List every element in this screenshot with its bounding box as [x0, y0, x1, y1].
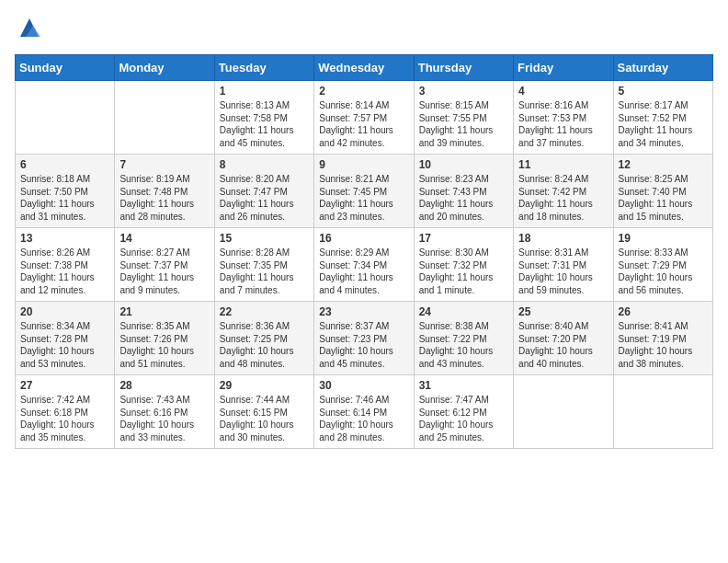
cell-info: Sunset: 7:37 PM — [119, 259, 209, 272]
cell-info: Daylight: 10 hours and 38 minutes. — [619, 345, 708, 370]
calendar-cell: 18Sunrise: 8:31 AMSunset: 7:31 PMDayligh… — [514, 228, 613, 302]
calendar-cell: 25Sunrise: 8:40 AMSunset: 7:20 PMDayligh… — [514, 302, 613, 375]
cell-info: Daylight: 11 hours and 42 minutes. — [319, 124, 408, 149]
cell-info: Sunset: 7:58 PM — [220, 112, 309, 125]
cell-info: Sunrise: 8:19 AM — [119, 173, 209, 186]
cell-info: Sunset: 7:23 PM — [319, 333, 408, 346]
cell-info: Sunrise: 8:36 AM — [220, 320, 309, 333]
page-header — [15, 15, 713, 45]
cell-info: Sunset: 7:34 PM — [319, 259, 408, 272]
cell-info: Daylight: 10 hours and 25 minutes. — [419, 419, 508, 443]
cell-info: Sunrise: 8:25 AM — [619, 173, 708, 186]
day-number: 30 — [319, 379, 408, 392]
calendar-week-row: 1Sunrise: 8:13 AMSunset: 7:58 PMDaylight… — [16, 81, 713, 155]
day-number: 3 — [419, 85, 508, 98]
day-number: 15 — [220, 232, 309, 245]
day-number: 19 — [619, 232, 708, 245]
day-number: 13 — [20, 232, 109, 245]
cell-info: Sunrise: 8:16 AM — [518, 99, 608, 112]
cell-info: Sunrise: 8:21 AM — [319, 173, 408, 186]
calendar-cell: 7Sunrise: 8:19 AMSunset: 7:48 PMDaylight… — [115, 155, 214, 228]
calendar-cell — [115, 81, 214, 155]
calendar-cell — [514, 375, 613, 449]
cell-info: Sunrise: 8:31 AM — [518, 247, 608, 259]
day-number: 6 — [20, 158, 109, 171]
cell-info: Sunset: 7:32 PM — [419, 259, 508, 272]
day-number: 10 — [419, 158, 508, 171]
cell-info: Daylight: 10 hours and 59 minutes. — [518, 271, 608, 296]
cell-info: Daylight: 11 hours and 18 minutes. — [518, 198, 608, 223]
logo — [15, 15, 42, 45]
calendar-week-row: 6Sunrise: 8:18 AMSunset: 7:50 PMDaylight… — [16, 155, 713, 228]
calendar-cell: 22Sunrise: 8:36 AMSunset: 7:25 PMDayligh… — [214, 302, 313, 375]
cell-info: Sunset: 7:47 PM — [220, 186, 309, 199]
day-header-sunday: Sunday — [16, 55, 115, 81]
calendar-cell: 8Sunrise: 8:20 AMSunset: 7:47 PMDaylight… — [214, 155, 313, 228]
cell-info: Sunrise: 7:42 AM — [20, 394, 109, 407]
calendar-cell: 14Sunrise: 8:27 AMSunset: 7:37 PMDayligh… — [115, 228, 214, 302]
calendar-week-row: 13Sunrise: 8:26 AMSunset: 7:38 PMDayligh… — [16, 228, 713, 302]
cell-info: Daylight: 10 hours and 40 minutes. — [518, 345, 608, 370]
calendar-cell: 1Sunrise: 8:13 AMSunset: 7:58 PMDaylight… — [214, 81, 313, 155]
cell-info: Sunset: 7:48 PM — [119, 186, 209, 199]
cell-info: Daylight: 10 hours and 56 minutes. — [619, 271, 708, 296]
cell-info: Sunset: 7:20 PM — [518, 333, 608, 346]
cell-info: Sunset: 6:14 PM — [319, 407, 408, 419]
cell-info: Sunset: 7:25 PM — [220, 333, 309, 346]
cell-info: Daylight: 11 hours and 9 minutes. — [119, 271, 209, 296]
cell-info: Daylight: 11 hours and 26 minutes. — [220, 198, 309, 223]
day-number: 8 — [220, 158, 309, 171]
day-header-tuesday: Tuesday — [214, 55, 313, 81]
cell-info: Daylight: 10 hours and 28 minutes. — [319, 419, 408, 443]
calendar-cell: 19Sunrise: 8:33 AMSunset: 7:29 PMDayligh… — [613, 228, 712, 302]
day-number: 24 — [419, 305, 508, 318]
calendar-cell: 13Sunrise: 8:26 AMSunset: 7:38 PMDayligh… — [16, 228, 115, 302]
cell-info: Daylight: 11 hours and 31 minutes. — [20, 198, 109, 223]
cell-info: Sunset: 7:50 PM — [20, 186, 109, 199]
calendar-cell: 17Sunrise: 8:30 AMSunset: 7:32 PMDayligh… — [414, 228, 513, 302]
calendar-cell: 10Sunrise: 8:23 AMSunset: 7:43 PMDayligh… — [414, 155, 513, 228]
cell-info: Sunset: 7:53 PM — [518, 112, 608, 125]
cell-info: Daylight: 11 hours and 37 minutes. — [518, 124, 608, 149]
cell-info: Sunrise: 8:28 AM — [220, 247, 309, 259]
calendar-cell — [16, 81, 115, 155]
cell-info: Sunrise: 8:41 AM — [619, 320, 708, 333]
cell-info: Daylight: 10 hours and 48 minutes. — [220, 345, 309, 370]
cell-info: Sunrise: 8:23 AM — [419, 173, 508, 186]
calendar-cell — [613, 375, 712, 449]
day-header-friday: Friday — [514, 55, 613, 81]
cell-info: Sunrise: 7:44 AM — [220, 394, 309, 407]
cell-info: Sunrise: 8:29 AM — [319, 247, 408, 259]
day-number: 9 — [319, 158, 408, 171]
day-number: 11 — [518, 158, 608, 171]
calendar-cell: 6Sunrise: 8:18 AMSunset: 7:50 PMDaylight… — [16, 155, 115, 228]
day-number: 18 — [518, 232, 608, 245]
cell-info: Sunset: 7:57 PM — [319, 112, 408, 125]
cell-info: Sunset: 7:52 PM — [619, 112, 708, 125]
cell-info: Sunrise: 8:17 AM — [619, 99, 708, 112]
cell-info: Sunset: 7:40 PM — [619, 186, 708, 199]
cell-info: Sunrise: 8:13 AM — [220, 99, 309, 112]
calendar-table: SundayMondayTuesdayWednesdayThursdayFrid… — [15, 54, 713, 449]
cell-info: Sunset: 7:22 PM — [419, 333, 508, 346]
day-header-monday: Monday — [115, 55, 214, 81]
day-number: 5 — [619, 85, 708, 98]
calendar-cell: 29Sunrise: 7:44 AMSunset: 6:15 PMDayligh… — [214, 375, 313, 449]
cell-info: Daylight: 11 hours and 39 minutes. — [419, 124, 508, 149]
day-number: 27 — [20, 379, 109, 392]
cell-info: Sunset: 7:29 PM — [619, 259, 708, 272]
cell-info: Daylight: 10 hours and 51 minutes. — [119, 345, 209, 370]
day-header-saturday: Saturday — [613, 55, 712, 81]
logo-icon — [17, 15, 42, 40]
calendar-week-row: 27Sunrise: 7:42 AMSunset: 6:18 PMDayligh… — [16, 375, 713, 449]
calendar-week-row: 20Sunrise: 8:34 AMSunset: 7:28 PMDayligh… — [16, 302, 713, 375]
cell-info: Sunrise: 7:46 AM — [319, 394, 408, 407]
calendar-cell: 15Sunrise: 8:28 AMSunset: 7:35 PMDayligh… — [214, 228, 313, 302]
cell-info: Sunrise: 8:37 AM — [319, 320, 408, 333]
day-header-wednesday: Wednesday — [314, 55, 414, 81]
calendar-cell: 9Sunrise: 8:21 AMSunset: 7:45 PMDaylight… — [314, 155, 414, 228]
cell-info: Sunrise: 8:20 AM — [220, 173, 309, 186]
calendar-cell: 26Sunrise: 8:41 AMSunset: 7:19 PMDayligh… — [613, 302, 712, 375]
calendar-cell: 2Sunrise: 8:14 AMSunset: 7:57 PMDaylight… — [314, 81, 414, 155]
day-number: 4 — [518, 85, 608, 98]
